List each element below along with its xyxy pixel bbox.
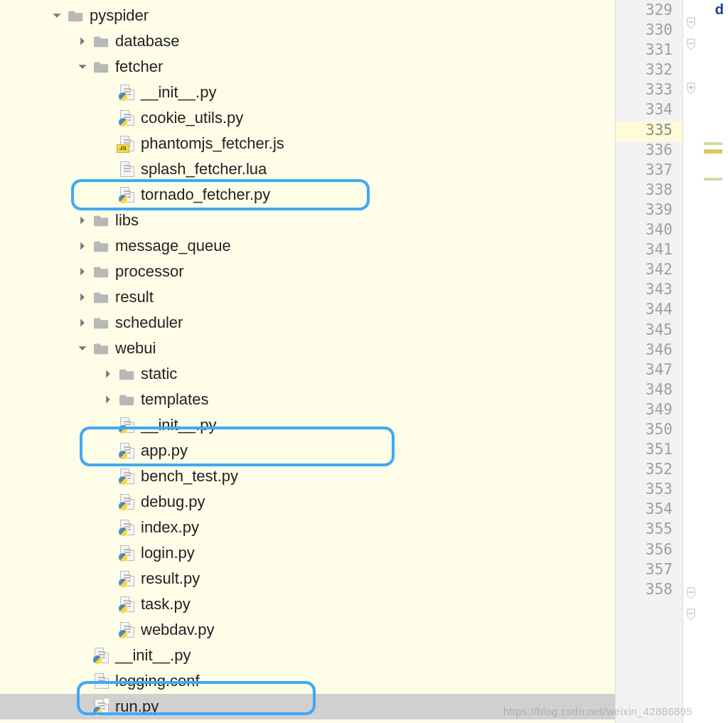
line-number[interactable]: 353 bbox=[616, 481, 682, 500]
tree-folder-webui[interactable]: webui bbox=[0, 336, 615, 361]
tree-file-webui-init[interactable]: __init__.py bbox=[0, 412, 615, 438]
line-number[interactable]: 347 bbox=[616, 361, 682, 381]
tree-label: static bbox=[141, 365, 177, 383]
fold-marker-icon[interactable] bbox=[685, 38, 697, 51]
line-number[interactable]: 336 bbox=[616, 141, 682, 161]
python-file-icon bbox=[119, 571, 135, 587]
folder-icon bbox=[94, 289, 109, 305]
line-number[interactable]: 333 bbox=[616, 81, 682, 101]
tree-file-webdav[interactable]: webdav.py bbox=[0, 617, 615, 643]
line-number[interactable]: 334 bbox=[616, 101, 682, 121]
python-file-icon bbox=[94, 699, 109, 714]
folder-icon bbox=[119, 392, 135, 407]
chevron-right-icon[interactable] bbox=[102, 368, 114, 380]
chevron-right-icon[interactable] bbox=[77, 215, 88, 226]
tree-file-tornado[interactable]: tornado_fetcher.py bbox=[0, 182, 615, 208]
line-number[interactable]: 355 bbox=[616, 520, 682, 540]
tree-label: bench_test.py bbox=[141, 467, 238, 486]
folder-icon bbox=[94, 33, 109, 49]
tree-file-index[interactable]: index.py bbox=[0, 515, 615, 540]
tree-label: __init__.py bbox=[141, 416, 216, 434]
fold-marker-icon[interactable] bbox=[685, 82, 697, 95]
chevron-right-icon[interactable] bbox=[102, 394, 114, 405]
chevron-down-icon[interactable] bbox=[77, 61, 88, 73]
chevron-right-icon[interactable] bbox=[77, 291, 88, 303]
folder-icon bbox=[94, 213, 109, 228]
tree-folder-result[interactable]: result bbox=[0, 284, 615, 310]
tree-folder-static[interactable]: static bbox=[0, 361, 615, 387]
editor-overview-ruler[interactable]: d bbox=[698, 0, 728, 723]
fold-marker-icon[interactable] bbox=[685, 17, 697, 30]
tree-folder-templates[interactable]: templates bbox=[0, 387, 615, 412]
tree-label: fetcher bbox=[115, 58, 163, 76]
editor-gutter: 3293303313323333343353363373383393403413… bbox=[615, 0, 682, 723]
tree-file-logging-conf[interactable]: logging.conf bbox=[0, 668, 615, 694]
line-number[interactable]: 346 bbox=[616, 341, 682, 361]
tree-file-debug[interactable]: debug.py bbox=[0, 489, 615, 515]
tree-label: debug.py bbox=[141, 493, 205, 511]
tree-label: scheduler bbox=[115, 314, 183, 332]
tree-folder-processor[interactable]: processor bbox=[0, 259, 615, 284]
line-number[interactable]: 349 bbox=[616, 401, 682, 421]
line-number[interactable]: 329 bbox=[616, 1, 682, 21]
line-number[interactable]: 354 bbox=[616, 500, 682, 520]
line-number[interactable]: 339 bbox=[616, 201, 682, 221]
line-number[interactable]: 356 bbox=[616, 541, 682, 561]
chevron-down-icon[interactable] bbox=[77, 343, 88, 354]
line-number[interactable]: 350 bbox=[616, 421, 682, 441]
tree-folder-fetcher[interactable]: fetcher bbox=[0, 54, 615, 80]
line-number[interactable]: 331 bbox=[616, 41, 682, 61]
line-number[interactable]: 345 bbox=[616, 321, 682, 341]
tree-file-task[interactable]: task.py bbox=[0, 591, 615, 617]
tree-file-app[interactable]: app.py bbox=[0, 438, 615, 464]
line-number[interactable]: 351 bbox=[616, 441, 682, 461]
line-number[interactable]: 341 bbox=[616, 241, 682, 261]
tree-label: result.py bbox=[141, 569, 200, 588]
line-number[interactable]: 344 bbox=[616, 301, 682, 321]
line-number[interactable]: 348 bbox=[616, 381, 682, 401]
line-number[interactable]: 337 bbox=[616, 161, 682, 181]
python-file-icon bbox=[119, 110, 135, 126]
overview-stripe bbox=[704, 142, 722, 145]
tree-file-root-init[interactable]: __init__.py bbox=[0, 643, 615, 668]
line-number[interactable]: 342 bbox=[616, 261, 682, 281]
line-number[interactable]: 335 bbox=[616, 122, 682, 141]
tree-label: webdav.py bbox=[141, 621, 215, 639]
tree-label: splash_fetcher.lua bbox=[141, 160, 267, 178]
line-number[interactable]: 332 bbox=[616, 61, 682, 81]
tree-file-splash[interactable]: splash_fetcher.lua bbox=[0, 156, 615, 182]
line-number[interactable]: 358 bbox=[616, 581, 682, 601]
line-number[interactable]: 330 bbox=[616, 21, 682, 41]
tree-folder-libs[interactable]: libs bbox=[0, 208, 615, 233]
tree-file-cookie-utils[interactable]: cookie_utils.py bbox=[0, 105, 615, 131]
corner-label: d bbox=[715, 1, 724, 18]
chevron-right-icon[interactable] bbox=[77, 240, 88, 252]
folder-icon bbox=[94, 59, 109, 75]
watermark-text: https://blog.csdn.net/weixin_42886895 bbox=[503, 705, 692, 717]
tree-label: run.py bbox=[115, 697, 159, 716]
line-number[interactable]: 338 bbox=[616, 181, 682, 201]
line-number[interactable]: 357 bbox=[616, 561, 682, 581]
fold-marker-icon[interactable] bbox=[685, 587, 697, 600]
tree-folder-pyspider[interactable]: pyspider bbox=[0, 3, 615, 28]
tree-folder-message-queue[interactable]: message_queue bbox=[0, 233, 615, 259]
folder-icon bbox=[94, 315, 109, 331]
tree-folder-database[interactable]: database bbox=[0, 28, 615, 54]
overview-stripe bbox=[704, 178, 722, 181]
fold-marker-icon[interactable] bbox=[685, 609, 697, 621]
chevron-down-icon[interactable] bbox=[51, 10, 63, 21]
tree-file-login[interactable]: login.py bbox=[0, 540, 615, 566]
tree-file-result-py[interactable]: result.py bbox=[0, 566, 615, 591]
tree-label: pyspider bbox=[90, 6, 149, 25]
line-number[interactable]: 352 bbox=[616, 461, 682, 481]
tree-file-init[interactable]: __init__.py bbox=[0, 80, 615, 105]
tree-file-phantomjs[interactable]: JS phantomjs_fetcher.js bbox=[0, 131, 615, 156]
line-number[interactable]: 343 bbox=[616, 281, 682, 301]
line-number[interactable]: 340 bbox=[616, 221, 682, 241]
tree-folder-scheduler[interactable]: scheduler bbox=[0, 310, 615, 336]
tree-file-bench-test[interactable]: bench_test.py bbox=[0, 464, 615, 489]
chevron-right-icon[interactable] bbox=[77, 317, 88, 328]
chevron-right-icon[interactable] bbox=[77, 36, 88, 47]
tree-label: phantomjs_fetcher.js bbox=[141, 134, 284, 153]
chevron-right-icon[interactable] bbox=[77, 266, 88, 277]
